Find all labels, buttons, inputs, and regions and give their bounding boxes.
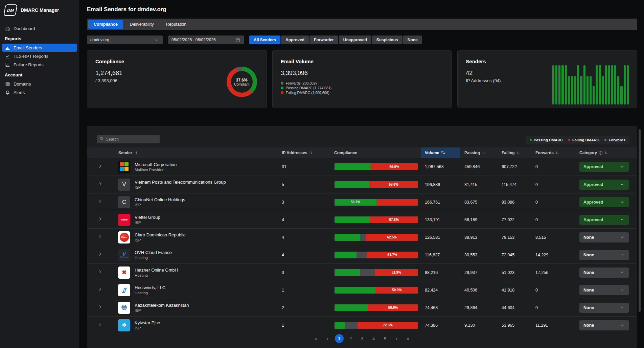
pagination-page-1[interactable]: 1 xyxy=(335,334,344,343)
pagination-page-3[interactable]: 3 xyxy=(358,334,367,343)
category-dropdown[interactable]: None xyxy=(579,303,629,313)
row-expander[interactable] xyxy=(87,269,113,276)
sender-logo-claro: Claro xyxy=(118,231,130,243)
tab-compliance[interactable]: Compliance xyxy=(88,20,123,29)
pagination-page-2[interactable]: 2 xyxy=(346,334,355,343)
failing-value: 44,604 xyxy=(498,305,531,310)
scrollbar-thumb[interactable] xyxy=(639,129,641,312)
sidebar-item-domains[interactable]: Domains xyxy=(2,80,77,88)
table-row[interactable]: ✻Kyivstar PjscISP172.5%74,3869,13053,965… xyxy=(87,316,637,334)
compliance-bar-red-segment: 51.9% xyxy=(375,269,418,276)
sidebar-item-label: Email Senders xyxy=(14,45,42,50)
filter-button-approved[interactable]: Approved xyxy=(281,36,309,44)
category-dropdown[interactable]: None xyxy=(579,285,629,295)
compliance-bar: 58.6% xyxy=(335,181,418,188)
tab-deliverability[interactable]: Deliverability xyxy=(124,20,159,29)
email-volume-chart xyxy=(368,65,443,104)
category-dropdown[interactable]: None xyxy=(579,250,629,260)
compliance-bar-green-segment xyxy=(335,252,356,258)
category-dropdown[interactable]: None xyxy=(579,232,629,242)
search-box[interactable] xyxy=(97,135,160,143)
table-row[interactable]: ∬Hostwinds, LLCHosting150.9%82,42440,506… xyxy=(87,281,637,299)
column-header-passing[interactable]: Passing xyxy=(460,147,498,158)
table-row[interactable]: ✖Hetzner Online GmbHHosting351.9%98,2162… xyxy=(87,263,637,281)
sidebar-item-email-senders[interactable]: Email Senders xyxy=(2,44,77,52)
search-input[interactable] xyxy=(106,137,157,142)
filter-button-none[interactable]: None xyxy=(403,36,422,44)
sender-cell: ✖Hetzner Online GmbHHosting xyxy=(113,266,278,279)
row-expander[interactable] xyxy=(87,322,113,328)
category-filter-group: All SendersApprovedForwarderUnapprovedSu… xyxy=(249,36,422,44)
sender-logo-kyivstar: ✻ xyxy=(118,319,130,331)
sidebar-item-alerts[interactable]: Alerts xyxy=(2,88,77,96)
row-expander[interactable] xyxy=(87,304,113,311)
row-expander[interactable] xyxy=(87,216,113,223)
category-dropdown[interactable]: Approved xyxy=(579,197,629,207)
pagination-prev[interactable]: ‹ xyxy=(323,334,332,343)
sender-type: ISP xyxy=(135,326,160,330)
row-expander[interactable] xyxy=(87,287,113,293)
main-content: Email Senders for dmdev.org ComplianceDe… xyxy=(79,0,644,348)
sidebar-item-label: Dashboard xyxy=(14,26,35,31)
sidebar-item-dashboard[interactable]: Dashboard xyxy=(2,24,77,32)
date-range-input[interactable]: 05/02/2025 - 06/02/2025 xyxy=(168,36,244,44)
passing-value: 30,553 xyxy=(460,253,498,257)
compliance-bar-red-segment: 57.8% xyxy=(370,216,418,223)
row-expander[interactable] xyxy=(87,181,113,188)
compliance-bar-red-segment: 50.9% xyxy=(375,287,418,294)
filter-button-forwarder[interactable]: Forwarder xyxy=(309,36,338,44)
category-dropdown[interactable]: Approved xyxy=(579,215,629,225)
compliance-cell: 51.9% xyxy=(330,269,421,276)
sender-type: ISP xyxy=(135,185,226,189)
filter-button-suspicious[interactable]: Suspicious xyxy=(372,36,402,44)
compliance-bar-red-segment: 72.5% xyxy=(358,322,418,329)
column-header-compliance[interactable]: Compliance xyxy=(330,147,421,158)
category-dropdown[interactable]: None xyxy=(579,268,629,278)
column-header-category[interactable]: Category xyxy=(575,147,637,158)
domain-select[interactable]: dmdev.org xyxy=(87,36,163,44)
table-row[interactable]: viettelViettel GroupISP457.8%133,19156,1… xyxy=(87,211,637,228)
table-row[interactable]: Kazakhtelekom KazakhstanISP259.9%74,4682… xyxy=(87,299,637,316)
compliance-bar-green-segment xyxy=(335,287,375,294)
pagination-page-5[interactable]: 5 xyxy=(381,334,390,343)
filter-button-unapproved[interactable]: Unapproved xyxy=(339,36,371,44)
table-row[interactable]: VVietnam Posts and Telecommunications Gr… xyxy=(87,176,637,193)
row-expander[interactable] xyxy=(87,234,113,240)
chevron-right-icon xyxy=(98,164,103,170)
forwards-value: 0 xyxy=(531,288,575,293)
category-dropdown[interactable]: Approved xyxy=(579,162,629,172)
table-row[interactable]: Microsoft CorporationMailbox Provider315… xyxy=(87,158,637,176)
column-header-forwards[interactable]: Forwards xyxy=(531,147,575,158)
category-dropdown[interactable]: Approved xyxy=(579,180,629,190)
legend-dot xyxy=(568,139,570,141)
filter-button-all-senders[interactable]: All Senders xyxy=(249,36,280,44)
compliance-bar-gray-segment xyxy=(356,252,367,258)
column-header-ip-addresses[interactable]: IP Addresses xyxy=(278,147,330,158)
table-row[interactable]: ClaroClaro Dominican RepublicISP462.5%12… xyxy=(87,228,637,246)
column-header-failing[interactable]: Failing xyxy=(498,147,531,158)
senders-bar xyxy=(602,76,604,105)
row-expander[interactable] xyxy=(87,252,113,258)
senders-bar xyxy=(558,65,560,105)
compliance-card-title: Compliance xyxy=(95,59,258,64)
pagination-next[interactable]: › xyxy=(392,334,401,343)
legend-label: Passing DMARC xyxy=(534,138,563,142)
column-header-sender[interactable]: Sender xyxy=(113,147,278,158)
column-header-volume[interactable]: Volume xyxy=(421,147,460,158)
tab-reputation[interactable]: Reputation xyxy=(161,20,192,29)
sidebar-item-failure-reports[interactable]: Failure Reports xyxy=(2,61,77,69)
pagination-page-4[interactable]: 4 xyxy=(369,334,378,343)
pagination-last[interactable]: » xyxy=(404,334,413,343)
sidebar-item-tls-rpt-reports[interactable]: TLS-RPT Reports xyxy=(2,52,77,60)
category-dropdown[interactable]: None xyxy=(579,320,629,330)
row-expander[interactable] xyxy=(87,199,113,205)
compliance-cell: 59.9% xyxy=(330,304,421,311)
sender-name: Hostwinds, LLC xyxy=(135,285,165,290)
table-row[interactable]: VOVH.comOVH Cloud FranceHosting461.7%116… xyxy=(87,246,637,263)
category-cell: Approved xyxy=(575,180,637,190)
row-expander[interactable] xyxy=(87,164,113,170)
legend-label: Forwards xyxy=(608,138,625,142)
table-row[interactable]: CChinaNet Online HoldingsISP350.2%166,76… xyxy=(87,193,637,211)
pagination-first[interactable]: « xyxy=(312,334,321,343)
volume-value: 166,761 xyxy=(421,200,460,205)
